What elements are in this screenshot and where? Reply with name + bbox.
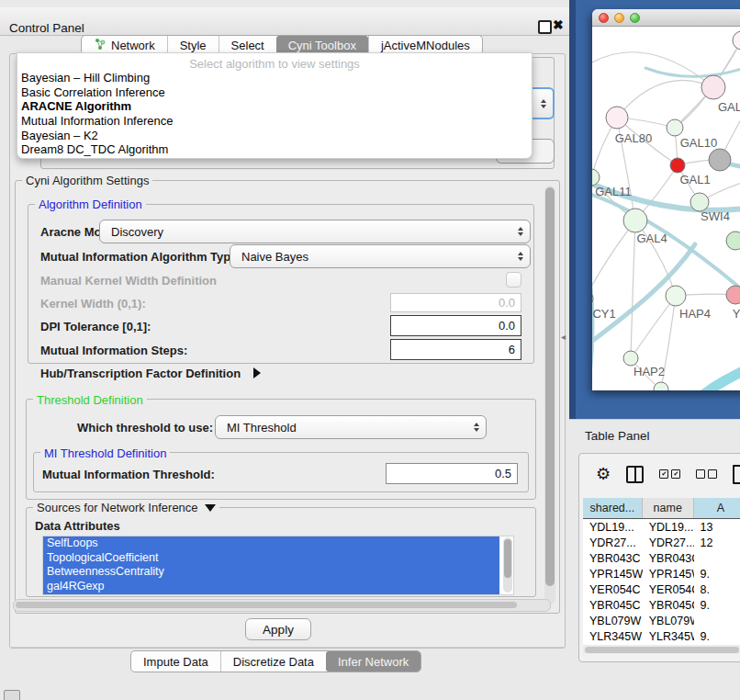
algorithm-option[interactable]: Mutual Information Inference xyxy=(21,114,526,129)
attributes-scrollbar[interactable] xyxy=(503,537,512,593)
node-bottom[interactable] xyxy=(654,382,668,390)
tab-cyni-toolbox[interactable]: Cyni Toolbox xyxy=(276,36,368,54)
table-settings-gear-icon[interactable]: ⚙ xyxy=(596,466,611,482)
column-layout-icon[interactable] xyxy=(626,466,644,483)
expand-section-icon[interactable] xyxy=(253,367,261,378)
settings-hscrollbar-thumb[interactable] xyxy=(16,602,517,608)
column-header-name[interactable]: name xyxy=(643,498,694,518)
node-right-green[interactable] xyxy=(726,231,740,250)
float-window-icon[interactable] xyxy=(538,20,552,34)
network-edge[interactable] xyxy=(617,80,713,118)
algorithm-option[interactable]: Bayesian – K2 xyxy=(21,129,526,143)
kernel-width-field[interactable]: 0.0 xyxy=(390,293,521,312)
network-edge-weighted[interactable] xyxy=(701,367,740,390)
table-row[interactable]: YBR043CYBR043C xyxy=(583,550,740,566)
which-threshold-value: MI Threshold xyxy=(227,421,297,435)
tab-network[interactable]: Network xyxy=(82,36,167,54)
network-window-titlebar[interactable] xyxy=(592,9,740,27)
column-header-A[interactable]: A xyxy=(694,498,740,518)
dpi-tolerance-field[interactable]: 0.0 xyxy=(390,315,521,336)
apply-button[interactable]: Apply xyxy=(245,618,311,640)
manual-kernel-width-checkbox[interactable] xyxy=(506,272,521,288)
table-hscrollbar-thumb[interactable] xyxy=(585,647,739,653)
which-threshold-select[interactable]: MI Threshold xyxy=(215,415,487,439)
tab-impute-data[interactable]: Impute Data xyxy=(131,651,220,672)
node-salmon[interactable] xyxy=(726,286,740,304)
table-cell: YDL19... xyxy=(643,521,694,534)
network-edge[interactable] xyxy=(592,220,635,299)
deselect-all-columns-icon[interactable] xyxy=(696,469,717,479)
table-row[interactable]: YBR045CYBR045C9. xyxy=(583,597,740,613)
algorithm-option[interactable]: Basic Correlation Inference xyxy=(21,85,526,100)
mi-algorithm-type-select[interactable]: Naive Bayes xyxy=(230,244,531,268)
table-row[interactable]: YPR145WYPR145W9. xyxy=(583,566,740,581)
settings-scrollbar[interactable] xyxy=(544,186,555,604)
column-header-shared[interactable]: shared... xyxy=(583,498,643,518)
tab-style[interactable]: Style xyxy=(167,36,219,54)
node-swi4[interactable] xyxy=(690,193,709,211)
network-graph[interactable]: GALGAL80GAL10GAL1GAL11SWI4GAL4GCY1HAP4YH… xyxy=(592,26,740,390)
control-panel-titlebar[interactable]: Control Panel ✖ xyxy=(0,7,569,36)
algorithm-option[interactable]: Dream8 DC_TDC Algorithm xyxy=(21,142,526,157)
table-row[interactable]: YLR345WYLR345W9. xyxy=(583,628,740,644)
attribute-list-item[interactable]: gal4RGexp xyxy=(43,580,499,594)
tab-infer-network[interactable]: Infer Network xyxy=(326,651,420,672)
settings-hscrollbar[interactable] xyxy=(13,599,551,612)
data-attributes-label: Data Attributes xyxy=(35,519,120,533)
node-gal-pink[interactable] xyxy=(701,75,725,99)
tab-discretize-data[interactable]: Discretize Data xyxy=(220,651,326,672)
kernel-width-label: Kernel Width (0,1): xyxy=(40,297,146,310)
settings-scrollbar-thumb[interactable] xyxy=(545,187,555,586)
algorithm-option[interactable]: ARACNE Algorithm xyxy=(21,99,526,114)
table-row[interactable]: YBL079WYBL079W xyxy=(583,613,740,628)
aracne-mode-select[interactable]: Discovery xyxy=(99,220,531,243)
attributes-scrollbar-thumb[interactable] xyxy=(504,539,511,578)
mi-threshold-field[interactable]: 0.5 xyxy=(386,463,518,484)
spinner-arrows-icon xyxy=(518,252,523,261)
collapse-section-icon[interactable] xyxy=(205,504,216,512)
node-top-cut[interactable] xyxy=(733,31,740,50)
node-gray[interactable] xyxy=(709,149,731,171)
table-cell: YER054C xyxy=(643,583,694,596)
node-hap2[interactable] xyxy=(623,351,638,366)
select-all-columns-icon[interactable]: ✔✔ xyxy=(659,469,680,479)
panel-splitter-grip[interactable]: ◂ xyxy=(561,332,566,342)
mi-algorithm-type-value: Naive Bayes xyxy=(241,250,308,264)
tab-label: Impute Data xyxy=(143,655,208,669)
control-panel-title: Control Panel xyxy=(9,21,84,35)
tab-select[interactable]: Select xyxy=(219,36,276,54)
close-icon[interactable]: ✖ xyxy=(553,17,564,32)
algorithm-option[interactable]: Bayesian – Hill Climbing xyxy=(21,71,526,85)
node-gal4[interactable] xyxy=(623,209,647,232)
table-row[interactable]: YDL19...YDL19...13 xyxy=(583,519,740,535)
node-gal80[interactable] xyxy=(606,107,628,129)
zoom-traffic-light-icon[interactable] xyxy=(630,13,640,23)
network-view-window[interactable]: GALGAL80GAL10GAL1GAL11SWI4GAL4GCY1HAP4YH… xyxy=(592,9,740,390)
network-edge[interactable] xyxy=(631,220,635,358)
node-gal11[interactable] xyxy=(592,169,600,186)
node-label: HAP2 xyxy=(633,365,665,378)
sources-title: Sources for Network Inference xyxy=(33,501,219,514)
close-traffic-light-icon[interactable] xyxy=(599,13,609,23)
threshold-definition-title: Threshold Definition xyxy=(33,393,147,407)
algorithm-dropdown-popup: Select algorithm to view settings Bayesi… xyxy=(17,52,533,159)
node-hap4[interactable] xyxy=(666,286,686,306)
table-hscrollbar[interactable] xyxy=(583,645,740,654)
minimize-traffic-light-icon[interactable] xyxy=(614,13,624,23)
node-gal10[interactable] xyxy=(667,119,683,136)
table-row[interactable]: YER054CYER054C8. xyxy=(583,581,740,597)
minimized-window-chip[interactable] xyxy=(4,690,20,700)
tab-jactivemnodules[interactable]: jActiveMNodules xyxy=(368,36,482,54)
attribute-list-item[interactable]: BetweennessCentrality xyxy=(43,565,499,580)
attribute-list-item[interactable]: TopologicalCoefficient xyxy=(43,551,499,566)
node-label: HAP4 xyxy=(679,307,711,321)
node-gal1[interactable] xyxy=(670,158,685,173)
mi-steps-field[interactable]: 6 xyxy=(390,339,521,360)
algorithm-definition-title: Algorithm Definition xyxy=(35,198,146,211)
dpi-tolerance-label: DPI Tolerance [0,1]: xyxy=(40,320,151,333)
export-table-icon[interactable] xyxy=(733,465,740,484)
manual-kernel-width-label: Manual Kernel Width Definition xyxy=(40,274,217,288)
attribute-list-item[interactable]: SelfLoops xyxy=(43,536,499,551)
table-cell: YBR045C xyxy=(643,599,694,612)
table-row[interactable]: YDR27...YDR27...12 xyxy=(583,535,740,550)
